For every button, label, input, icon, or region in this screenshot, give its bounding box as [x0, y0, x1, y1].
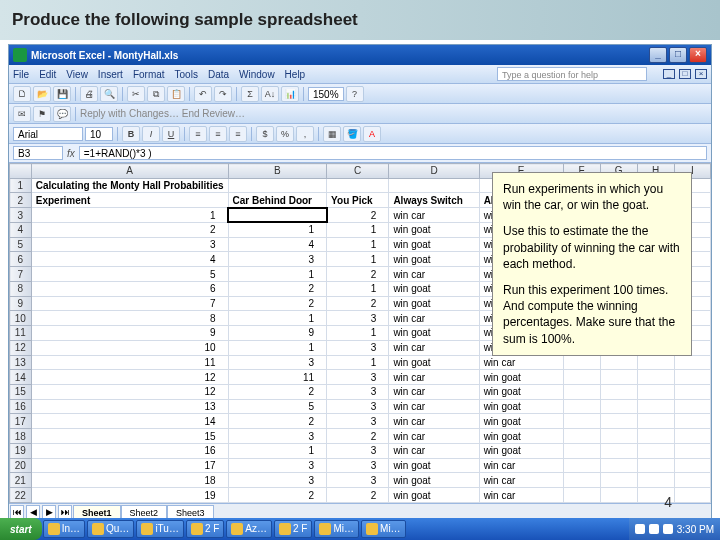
cell-F18[interactable] — [563, 429, 600, 444]
row-header-11[interactable]: 11 — [10, 326, 32, 341]
cell-B9[interactable]: 2 — [228, 296, 327, 311]
save-icon[interactable]: 💾 — [53, 86, 71, 102]
cell-H13[interactable] — [637, 355, 674, 370]
cell-D16[interactable]: win car — [389, 399, 479, 414]
row-header-10[interactable]: 10 — [10, 311, 32, 326]
cell-B13[interactable]: 3 — [228, 355, 327, 370]
cell-G20[interactable] — [600, 458, 637, 473]
row-header-4[interactable]: 4 — [10, 222, 32, 237]
cell-C5[interactable]: 1 — [327, 237, 389, 252]
row-header-7[interactable]: 7 — [10, 267, 32, 282]
cell-F13[interactable] — [563, 355, 600, 370]
cell-D13[interactable]: win goat — [389, 355, 479, 370]
cell-C12[interactable]: 3 — [327, 340, 389, 355]
cell-A2[interactable]: Experiment — [31, 193, 228, 208]
mail-icon[interactable]: ✉ — [13, 106, 31, 122]
cell-A19[interactable]: 16 — [31, 443, 228, 458]
row-header-21[interactable]: 21 — [10, 473, 32, 488]
cell-B6[interactable]: 3 — [228, 252, 327, 267]
menu-data[interactable]: Data — [208, 69, 229, 80]
menu-insert[interactable]: Insert — [98, 69, 123, 80]
cell-A18[interactable]: 15 — [31, 429, 228, 444]
cell-A13[interactable]: 11 — [31, 355, 228, 370]
menu-edit[interactable]: Edit — [39, 69, 56, 80]
cell-E18[interactable]: win goat — [479, 429, 563, 444]
cell-D8[interactable]: win goat — [389, 281, 479, 296]
preview-icon[interactable]: 🔍 — [100, 86, 118, 102]
taskbar-item[interactable]: 2 F — [274, 520, 312, 538]
cell-C1[interactable] — [327, 178, 389, 193]
cell-B22[interactable]: 2 — [228, 488, 327, 503]
cell-G21[interactable] — [600, 473, 637, 488]
cell-G17[interactable] — [600, 414, 637, 429]
cell-H14[interactable] — [637, 370, 674, 385]
col-header-D[interactable]: D — [389, 164, 479, 179]
cell-B20[interactable]: 3 — [228, 458, 327, 473]
cell-A8[interactable]: 6 — [31, 281, 228, 296]
tab-next-icon[interactable]: ▶ — [42, 505, 56, 519]
cell-G19[interactable] — [600, 443, 637, 458]
cell-D2[interactable]: Always Switch — [389, 193, 479, 208]
cell-G15[interactable] — [600, 385, 637, 400]
cell-B5[interactable]: 4 — [228, 237, 327, 252]
help-icon[interactable]: ? — [346, 86, 364, 102]
cell-B15[interactable]: 2 — [228, 385, 327, 400]
flag-icon[interactable]: ⚑ — [33, 106, 51, 122]
cell-A11[interactable]: 9 — [31, 326, 228, 341]
cell-B11[interactable]: 9 — [228, 326, 327, 341]
cell-A4[interactable]: 2 — [31, 222, 228, 237]
cell-D7[interactable]: win car — [389, 267, 479, 282]
taskbar-item[interactable]: iTu… — [136, 520, 184, 538]
taskbar-item[interactable]: Mi… — [361, 520, 406, 538]
select-all-corner[interactable] — [10, 164, 32, 179]
cell-F14[interactable] — [563, 370, 600, 385]
cell-C21[interactable]: 3 — [327, 473, 389, 488]
cell-B14[interactable]: 11 — [228, 370, 327, 385]
copy-icon[interactable]: ⧉ — [147, 86, 165, 102]
cell-D22[interactable]: win goat — [389, 488, 479, 503]
cell-E19[interactable]: win goat — [479, 443, 563, 458]
font-size-select[interactable]: 10 — [85, 127, 113, 141]
cell-I14[interactable] — [674, 370, 710, 385]
cell-D14[interactable]: win car — [389, 370, 479, 385]
row-header-9[interactable]: 9 — [10, 296, 32, 311]
cell-B1[interactable] — [228, 178, 327, 193]
cell-C11[interactable]: 1 — [327, 326, 389, 341]
cell-A3[interactable]: 1 — [31, 208, 228, 223]
cell-D10[interactable]: win car — [389, 311, 479, 326]
cell-H17[interactable] — [637, 414, 674, 429]
cell-C20[interactable]: 3 — [327, 458, 389, 473]
tab-sheet3[interactable]: Sheet3 — [167, 505, 214, 519]
cell-F19[interactable] — [563, 443, 600, 458]
menu-format[interactable]: Format — [133, 69, 165, 80]
cell-B3[interactable] — [228, 208, 327, 223]
cell-B2[interactable]: Car Behind Door — [228, 193, 327, 208]
row-header-18[interactable]: 18 — [10, 429, 32, 444]
cell-D5[interactable]: win goat — [389, 237, 479, 252]
cell-C6[interactable]: 1 — [327, 252, 389, 267]
col-header-B[interactable]: B — [228, 164, 327, 179]
menu-view[interactable]: View — [66, 69, 88, 80]
start-button[interactable]: start — [0, 518, 42, 540]
cell-F17[interactable] — [563, 414, 600, 429]
cell-C7[interactable]: 2 — [327, 267, 389, 282]
cell-A22[interactable]: 19 — [31, 488, 228, 503]
doc-minimize-button[interactable]: _ — [663, 69, 675, 79]
taskbar-item[interactable]: In… — [43, 520, 85, 538]
row-header-3[interactable]: 3 — [10, 208, 32, 223]
cell-E20[interactable]: win car — [479, 458, 563, 473]
cell-C2[interactable]: You Pick — [327, 193, 389, 208]
cell-C13[interactable]: 1 — [327, 355, 389, 370]
tray-icon[interactable] — [663, 524, 673, 534]
cell-D6[interactable]: win goat — [389, 252, 479, 267]
row-header-16[interactable]: 16 — [10, 399, 32, 414]
cell-B21[interactable]: 3 — [228, 473, 327, 488]
borders-icon[interactable]: ▦ — [323, 126, 341, 142]
cell-C22[interactable]: 2 — [327, 488, 389, 503]
close-button[interactable]: × — [689, 47, 707, 63]
sort-asc-icon[interactable]: A↓ — [261, 86, 279, 102]
cell-E16[interactable]: win goat — [479, 399, 563, 414]
cell-A15[interactable]: 12 — [31, 385, 228, 400]
cell-F21[interactable] — [563, 473, 600, 488]
cell-D11[interactable]: win goat — [389, 326, 479, 341]
